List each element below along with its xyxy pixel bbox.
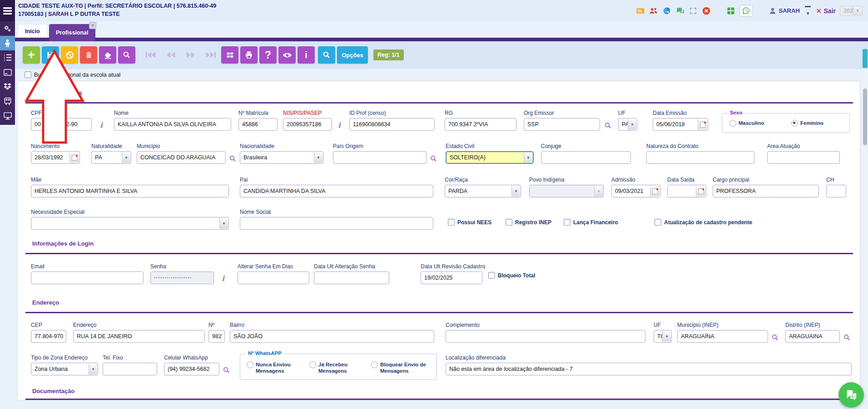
tab-profissional[interactable]: Profissional	[49, 24, 95, 41]
mae-input[interactable]: HERLES ANTONIO MARTINHA E SILVA	[31, 185, 229, 197]
grid-button[interactable]	[221, 46, 238, 64]
nav-next-icon[interactable]	[185, 50, 196, 59]
celular-search-icon[interactable]	[221, 364, 231, 376]
municipio-input[interactable]: CONCEICAO DO ARAGUAIA	[137, 151, 226, 164]
cpf-input[interactable]: 00 42-90	[31, 118, 92, 131]
municipio-inep-input[interactable]: ARAGUAÍNA	[677, 330, 768, 343]
org-emissor-input[interactable]: SSP	[524, 118, 600, 131]
celular-whatsapp-input[interactable]: (94) 99234-5682	[164, 363, 219, 375]
clear-button[interactable]	[99, 46, 116, 64]
org-emissor-search-icon[interactable]	[603, 119, 613, 131]
email-input[interactable]	[31, 271, 144, 284]
sidebar-item-box[interactable]	[0, 79, 15, 94]
sidebar-item-settings[interactable]	[0, 21, 15, 36]
radio-feminino[interactable]: Feminino	[791, 120, 823, 127]
conjuge-input[interactable]	[541, 151, 631, 164]
nome-social-input[interactable]	[240, 217, 433, 230]
cpf-info-icon[interactable]: i	[98, 119, 105, 130]
radio-masculino[interactable]: Masculino	[729, 120, 764, 127]
sidebar-item-professional[interactable]	[0, 36, 15, 50]
senha-info-icon[interactable]: i	[219, 273, 227, 284]
radio-bloquear-envio[interactable]: Bloquear Envio de Mensagens	[371, 361, 430, 375]
tab-inicio[interactable]: Início	[18, 25, 47, 38]
sidebar-item-card[interactable]	[0, 65, 15, 79]
nacionalidade-select[interactable]: Brasileira▼	[240, 151, 323, 164]
bairro-input[interactable]: SÃO JOÃO	[230, 330, 434, 343]
people-icon[interactable]	[649, 6, 658, 15]
nome-input[interactable]: KAILLA ANTONIA DA SILVA OLIVEIRA	[114, 118, 231, 131]
data-ult-alteracao-input[interactable]	[314, 271, 389, 284]
calendar-icon[interactable]	[69, 152, 79, 163]
registro-inep-checkbox[interactable]	[506, 219, 512, 226]
vertical-scrollbar[interactable]	[862, 68, 868, 399]
area-atuacao-input[interactable]	[767, 151, 840, 164]
nav-prev-icon[interactable]	[165, 50, 176, 59]
help-button[interactable]: ?	[259, 46, 277, 64]
scrollbar-accent[interactable]	[863, 49, 868, 68]
bloqueio-total-checkbox[interactable]	[488, 272, 495, 279]
whatsapp-button[interactable]	[739, 5, 753, 17]
pai-input[interactable]: CANDIDA MARTINHA DA SILVA	[240, 185, 433, 197]
radio-ja-recebeu[interactable]: Já Recebeu Mensagens	[309, 361, 363, 375]
year-select[interactable]: 2026 ▼	[840, 6, 863, 16]
rg-input[interactable]: 700.9347 2ºVIA	[445, 118, 516, 131]
search-button[interactable]	[118, 46, 135, 64]
search-current-school-checkbox[interactable]	[25, 71, 31, 78]
logout-button[interactable]: ✕ Sair	[816, 7, 836, 15]
tab-close-icon[interactable]: ✕	[89, 22, 96, 29]
naturalidade-select[interactable]: PA▼	[91, 151, 131, 164]
table-icon[interactable]	[726, 6, 735, 15]
nav-first-icon[interactable]	[145, 50, 156, 59]
atualizacao-pendente-checkbox[interactable]	[655, 219, 661, 226]
billboard-icon[interactable]	[636, 6, 645, 15]
data-emissao-input[interactable]: 05/06/2018	[653, 118, 708, 131]
lanca-financeiro-checkbox[interactable]	[564, 219, 570, 226]
localizacao-input[interactable]: Não esta em área de localização diferenc…	[446, 363, 852, 375]
user-menu[interactable]: SARAH	[769, 7, 800, 15]
nav-last-icon[interactable]	[205, 50, 216, 59]
estado-civil-select[interactable]: SOLTEIRO(A)▼	[446, 151, 534, 164]
options-button[interactable]: Opções	[337, 46, 368, 64]
hamburger-menu-button[interactable]	[0, 0, 15, 21]
view-button[interactable]	[278, 46, 296, 64]
save-button[interactable]	[42, 46, 59, 64]
calendar-icon[interactable]	[696, 186, 705, 197]
data-saida-input[interactable]	[667, 185, 706, 197]
delete-button[interactable]	[80, 46, 97, 64]
close-circle-icon[interactable]	[702, 6, 711, 15]
pie-chart-icon[interactable]	[662, 6, 671, 15]
radio-nunca-enviou[interactable]: Nunca Enviou Mensagens	[247, 361, 300, 375]
numero-input[interactable]: 982	[208, 330, 225, 343]
complemento-input[interactable]	[446, 330, 645, 343]
search-button-blue[interactable]	[318, 46, 335, 64]
calendar-icon[interactable]	[650, 186, 660, 197]
sidebar-item-monitor[interactable]	[0, 108, 15, 123]
pais-origem-search-icon[interactable]	[428, 153, 438, 164]
cargo-principal-input[interactable]: PROFESSORA	[713, 185, 819, 197]
ch-input[interactable]	[826, 185, 846, 197]
scrollbar-thumb[interactable]	[863, 89, 867, 145]
municipio-inep-search-icon[interactable]	[770, 331, 780, 343]
nis-info-icon[interactable]: i	[336, 119, 343, 130]
tel-fixo-input[interactable]	[103, 363, 157, 375]
admissao-input[interactable]: 09/03/2021	[611, 185, 660, 197]
nascimento-input[interactable]: 28/03/1992	[31, 151, 80, 164]
sidebar-item-enrollment-list[interactable]: 123	[0, 50, 15, 65]
pais-origem-input[interactable]	[333, 151, 427, 164]
data-ult-revisao-input[interactable]: 19/02/2025	[421, 271, 482, 284]
necessidade-especial-select[interactable]: ▼	[31, 217, 229, 230]
info-button[interactable]: i	[298, 46, 315, 64]
uf-rg-select[interactable]: PA▼	[618, 118, 637, 131]
add-button[interactable]: +	[23, 46, 40, 64]
cor-raca-select[interactable]: PARDA▼	[445, 185, 521, 197]
print-button[interactable]	[240, 46, 258, 64]
uf-endereco-select[interactable]: TO▼	[654, 330, 672, 343]
fullscreen-icon[interactable]	[689, 6, 698, 15]
chat-icon[interactable]	[675, 6, 684, 15]
natureza-contrato-input[interactable]	[646, 151, 754, 164]
nis-input[interactable]: 20095357186	[283, 118, 332, 131]
tipo-zona-select[interactable]: Zona Urbana▼	[31, 363, 98, 375]
calendar-icon[interactable]	[698, 119, 707, 130]
alterar-senha-input[interactable]	[238, 271, 309, 284]
user-dropdown-caret[interactable]: ▼	[804, 6, 812, 16]
